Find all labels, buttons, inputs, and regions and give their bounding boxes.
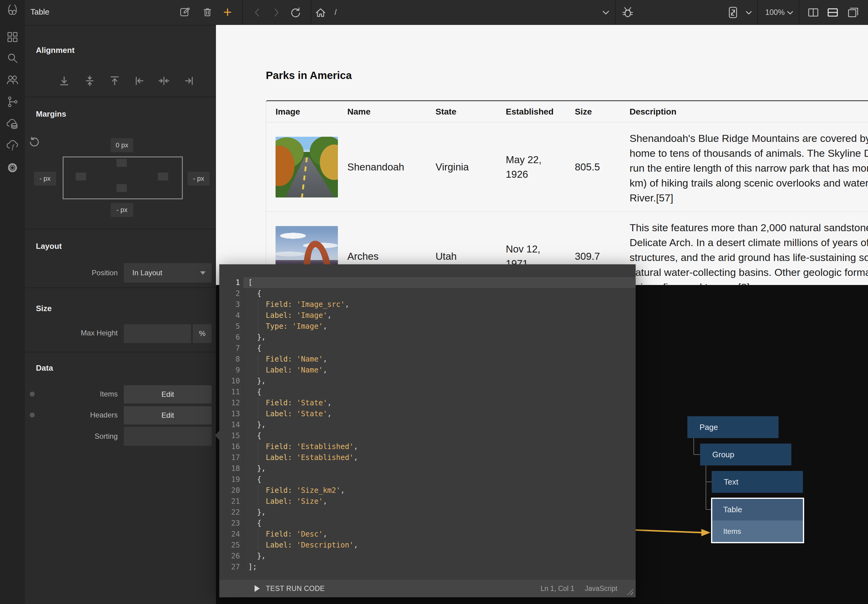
- popover-arrow: [215, 431, 219, 440]
- parks-table[interactable]: Image Name State Established Size Descri…: [266, 100, 868, 285]
- users-icon[interactable]: [6, 74, 19, 86]
- code-line[interactable]: 22 },: [219, 507, 636, 518]
- code-line[interactable]: 1 [: [219, 277, 636, 288]
- page-chevron-down-icon[interactable]: [600, 6, 612, 19]
- forward-icon[interactable]: [270, 6, 282, 19]
- line-number: 4: [219, 310, 243, 321]
- delete-icon[interactable]: [202, 7, 213, 18]
- settings-gear-icon[interactable]: [6, 162, 19, 174]
- windows-icon[interactable]: [847, 6, 859, 19]
- debug-bug-icon[interactable]: [622, 6, 634, 19]
- zoom-chevron-down-icon[interactable]: [784, 6, 796, 19]
- code-line[interactable]: 5 Type: 'Image',: [219, 321, 636, 332]
- line-number: 20: [219, 485, 243, 496]
- code-line[interactable]: 9 Label: 'Name',: [219, 365, 636, 375]
- margin-handle-left[interactable]: [76, 173, 86, 181]
- align-bottom-icon[interactable]: [59, 75, 70, 86]
- home-icon[interactable]: [315, 6, 327, 19]
- align-horizontal-center-icon[interactable]: [158, 75, 169, 86]
- headers-connector-dot[interactable]: [30, 412, 35, 417]
- device-resize-icon[interactable]: [727, 6, 739, 19]
- test-run-code-button[interactable]: TEST RUN CODE: [266, 585, 325, 593]
- brand-logo-icon[interactable]: [6, 4, 19, 16]
- align-top-icon[interactable]: [109, 75, 120, 86]
- code-line[interactable]: 20 Field: 'Size_km2',: [219, 485, 636, 496]
- align-vertical-center-icon[interactable]: [84, 75, 95, 86]
- sorting-input[interactable]: [124, 427, 212, 446]
- indent-guide: [258, 365, 258, 375]
- blocks-icon[interactable]: [6, 31, 19, 43]
- search-icon[interactable]: [6, 52, 19, 64]
- code-text: {: [243, 386, 636, 397]
- indent-guide: [258, 539, 258, 550]
- language-label[interactable]: JavaScript: [585, 585, 617, 593]
- items-edit-button[interactable]: Edit: [124, 385, 212, 403]
- margin-handle-top[interactable]: [116, 159, 127, 167]
- items-connector-dot[interactable]: [30, 392, 35, 397]
- code-line[interactable]: 19 {: [219, 474, 636, 485]
- align-right-icon[interactable]: [183, 75, 194, 86]
- margin-right-field[interactable]: - px: [188, 171, 209, 185]
- align-left-icon[interactable]: [134, 75, 145, 86]
- code-line[interactable]: 24 Field: 'Desc',: [219, 529, 636, 539]
- code-line[interactable]: 23 {: [219, 518, 636, 529]
- code-line[interactable]: 8 Field: 'Name',: [219, 354, 636, 365]
- code-line[interactable]: 10 },: [219, 375, 636, 386]
- branch-icon[interactable]: [6, 96, 19, 108]
- code-line[interactable]: 4 Label: 'Image',: [219, 310, 636, 321]
- park-name: Shenandoah: [347, 122, 436, 212]
- indent-guide: [258, 441, 258, 452]
- code-line[interactable]: 16 Field: 'Established',: [219, 441, 636, 452]
- code-line[interactable]: 27 ];: [219, 561, 636, 572]
- split-columns-icon[interactable]: [807, 6, 819, 19]
- code-line[interactable]: 6 },: [219, 332, 636, 343]
- code-area[interactable]: 1 [ 2 { 3 Field: 'Image_src', 4 Label: '…: [219, 264, 636, 580]
- position-select[interactable]: In Layout: [124, 263, 212, 283]
- line-number: 9: [219, 365, 243, 375]
- position-label: Position: [69, 269, 118, 277]
- cloud-function-icon[interactable]: f: [6, 139, 19, 151]
- url-path[interactable]: /: [335, 8, 337, 17]
- park-established: May 22,1926: [506, 153, 541, 182]
- code-line[interactable]: 7 {: [219, 343, 636, 354]
- code-text: [: [243, 277, 636, 288]
- code-line[interactable]: 2 {: [219, 288, 636, 299]
- code-line[interactable]: 18 },: [219, 463, 636, 474]
- code-line[interactable]: 15 {: [219, 430, 636, 441]
- code-line[interactable]: 26 },: [219, 550, 636, 561]
- max-height-unit-button[interactable]: %: [193, 324, 212, 343]
- margin-handle-right[interactable]: [158, 173, 168, 181]
- code-text: Field: 'State',: [243, 397, 636, 408]
- line-number: 12: [219, 397, 243, 408]
- code-line[interactable]: 11 {: [219, 386, 636, 397]
- margin-handle-bottom[interactable]: [116, 184, 127, 192]
- max-height-input[interactable]: [124, 324, 191, 343]
- reload-icon[interactable]: [289, 6, 301, 19]
- code-line[interactable]: 12 Field: 'State',: [219, 397, 636, 408]
- code-line[interactable]: 21 Label: 'Size',: [219, 496, 636, 507]
- margin-left-field[interactable]: - px: [34, 171, 56, 185]
- rename-icon[interactable]: [180, 7, 191, 18]
- line-number: 23: [219, 518, 243, 529]
- new-tab-button[interactable]: +: [223, 4, 232, 21]
- split-rows-icon[interactable]: [827, 6, 839, 19]
- indent-guide: [258, 321, 258, 332]
- zoom-level[interactable]: 100%: [765, 8, 785, 17]
- code-line[interactable]: 13 Label: 'State',: [219, 408, 636, 419]
- headers-label: Headers: [69, 411, 118, 419]
- code-line[interactable]: 17 Label: 'Established',: [219, 452, 636, 463]
- cloud-data-icon[interactable]: [6, 118, 19, 130]
- margin-bottom-field[interactable]: - px: [111, 203, 133, 217]
- device-chevron-down-icon[interactable]: [743, 6, 755, 19]
- code-line[interactable]: 25 Label: 'Description',: [219, 539, 636, 550]
- code-text: Field: 'Desc',: [243, 529, 636, 539]
- code-line[interactable]: 14 },: [219, 419, 636, 430]
- code-line[interactable]: 3 Field: 'Image_src',: [219, 299, 636, 310]
- resize-grip[interactable]: [627, 589, 633, 595]
- alignment-heading: Alignment: [36, 46, 74, 55]
- headers-edit-button[interactable]: Edit: [124, 406, 212, 425]
- margin-top-field[interactable]: 0 px: [111, 138, 133, 152]
- back-icon[interactable]: [251, 6, 264, 19]
- data-heading: Data: [36, 363, 53, 373]
- reset-icon[interactable]: [29, 137, 40, 148]
